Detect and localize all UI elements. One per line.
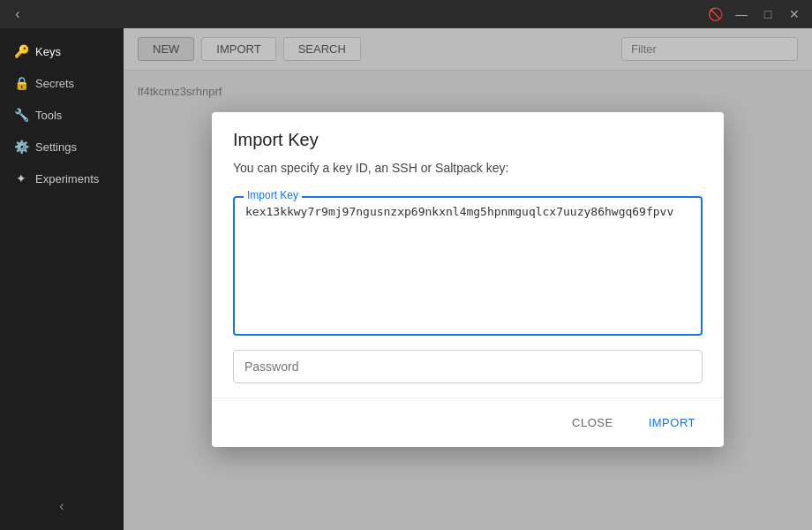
sidebar-item-settings-label: Settings: [35, 140, 77, 154]
title-bar: ‹ 🚫 — □ ✕: [0, 0, 812, 28]
sidebar-collapse-button[interactable]: ‹: [0, 489, 124, 523]
key-icon: 🔑: [14, 44, 28, 58]
modal-footer: CLOSE IMPORT: [212, 398, 724, 447]
sidebar-item-settings[interactable]: ⚙️ Settings: [0, 131, 124, 163]
import-button[interactable]: IMPORT: [635, 409, 710, 436]
modal-body: Import Key: [212, 196, 724, 398]
key-textarea[interactable]: [245, 205, 690, 320]
modal-backdrop: Import Key You can specify a key ID, an …: [124, 28, 812, 530]
sidebar-item-experiments[interactable]: ✦ Experiments: [0, 163, 124, 194]
modal-title: Import Key: [233, 130, 703, 150]
lock-icon: 🔒: [14, 76, 28, 90]
sidebar-item-experiments-label: Experiments: [35, 172, 99, 186]
minimize-button[interactable]: —: [731, 4, 752, 25]
fieldset-legend: Import Key: [244, 189, 302, 201]
sidebar-item-keys-label: Keys: [35, 45, 61, 58]
no-entry-icon[interactable]: 🚫: [704, 4, 726, 25]
collapse-icon: ‹: [59, 498, 64, 514]
maximize-button[interactable]: □: [757, 4, 778, 25]
sidebar-item-tools-label: Tools: [35, 109, 62, 122]
close-button[interactable]: CLOSE: [558, 409, 628, 436]
sidebar-item-tools[interactable]: 🔧 Tools: [0, 99, 124, 131]
sidebar: 🔑 Keys 🔒 Secrets 🔧 Tools ⚙️ Settings ✦ E…: [0, 28, 124, 530]
sidebar-item-secrets[interactable]: 🔒 Secrets: [0, 67, 124, 99]
wrench-icon: 🔧: [14, 108, 28, 122]
close-window-button[interactable]: ✕: [784, 4, 805, 25]
import-key-fieldset: Import Key: [233, 196, 703, 336]
password-input[interactable]: [233, 350, 703, 383]
modal-header: Import Key You can specify a key ID, an …: [212, 112, 724, 196]
modal-description: You can specify a key ID, an SSH or Salt…: [233, 161, 703, 175]
back-button[interactable]: ‹: [7, 4, 28, 25]
app-body: 🔑 Keys 🔒 Secrets 🔧 Tools ⚙️ Settings ✦ E…: [0, 28, 812, 530]
import-key-modal: Import Key You can specify a key ID, an …: [212, 112, 724, 447]
sidebar-item-keys[interactable]: 🔑 Keys: [0, 35, 124, 67]
sidebar-item-secrets-label: Secrets: [35, 77, 74, 90]
sparkle-icon: ✦: [14, 171, 28, 186]
gear-icon: ⚙️: [14, 140, 28, 154]
content-area: NEW IMPORT SEARCH lf4tkcmz3srhnprf Impor…: [124, 28, 812, 530]
